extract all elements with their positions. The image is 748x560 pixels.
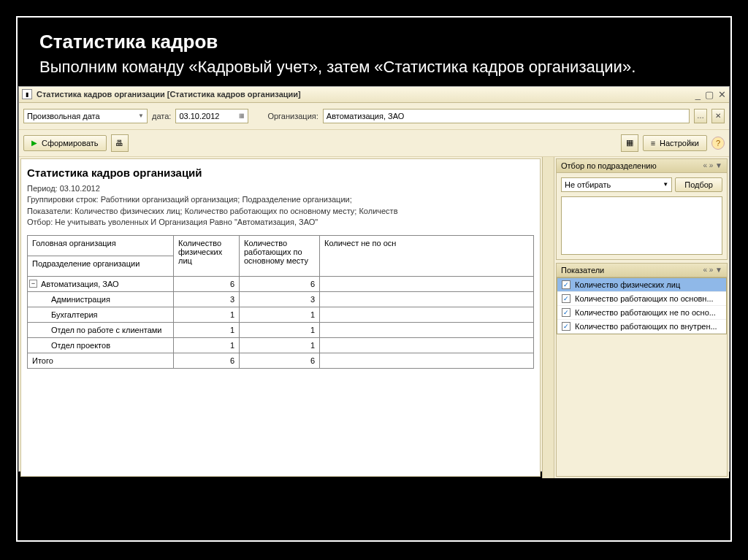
date-value: 03.10.2012 [179,112,219,120]
scrollbar[interactable] [542,157,554,478]
dept-pick-label: Подбор [684,180,713,189]
indicator-label: Количество работающих по основн... [575,294,714,303]
cell: 1 [174,307,240,323]
report-title: Статистика кадров организаций [27,166,534,179]
play-icon: ▶ [31,139,37,147]
dept-filter-list[interactable] [561,196,722,255]
app-window: ▮ Статистика кадров организации [Статист… [18,86,730,472]
cell: 6 [240,353,320,369]
maximize-button[interactable]: ▢ [705,89,714,100]
cell: 6 [240,277,320,292]
report-pane: Статистика кадров организаций Период: 03… [20,158,541,477]
indicator-item[interactable]: ✓ Количество физических лиц [557,278,726,292]
row-label: Отдел проектов [28,338,174,353]
indicator-item[interactable]: ✓ Количество работающих по внутрен... [557,320,726,334]
cell [320,307,534,323]
window-title: Статистика кадров организации [Статистик… [37,90,695,99]
close-button[interactable]: ✕ [718,89,726,100]
dept-pick-button[interactable]: Подбор [675,177,722,192]
indicator-item[interactable]: ✓ Количество работающих по основн... [557,292,726,306]
period-type-combo[interactable]: Произвольная дата ▼ [23,109,148,123]
chevron-down-icon: ▼ [135,112,144,119]
row-label: Бухгалтерия [28,307,174,323]
period-type-value: Произвольная дата [27,112,100,120]
period-line: Период: 03.10.2012 [27,183,534,194]
minimize-button[interactable]: _ [695,89,701,100]
chart-icon: ▮ [22,89,32,99]
dept-filter-mode-value: Не отбирать [565,180,611,189]
checkbox-icon[interactable]: ✓ [562,308,570,317]
org-value[interactable] [327,112,686,120]
cell: 3 [174,292,240,307]
cell [320,323,534,338]
col-physical: Количество физических лиц [174,236,240,277]
table-row: Бухгалтерия 1 1 [28,307,534,323]
table-row: − Автоматизация, ЗАО 6 6 [28,277,534,292]
cell: 6 [174,277,240,292]
table-row: Администрация 3 3 [28,292,534,307]
cell: 6 [174,353,240,369]
dept-filter-panel: Отбор по подразделению « » ▼ Не отбирать… [556,158,728,260]
checkbox-icon[interactable]: ✓ [562,294,570,303]
panel-nav-icons[interactable]: « » ▼ [703,266,722,274]
panel-nav-icons[interactable]: « » ▼ [703,161,722,169]
indicator-label: Количество физических лиц [575,280,680,289]
filter-line: Отбор: Не учитывать уволенных И Организа… [27,217,534,228]
indicators-line: Показатели: Количество физических лиц; К… [27,206,534,217]
print-button[interactable]: 🖶 [111,134,129,152]
collapse-button[interactable]: − [29,280,37,288]
gear-icon: ≡ [651,139,655,147]
table-row: Отдел по работе с клиентами 1 1 [28,323,534,338]
cell: 1 [174,338,240,353]
cell: 1 [240,338,320,353]
groupings-line: Группировки строк: Работники организаций… [27,194,534,205]
settings-button[interactable]: ≡ Настройки [643,135,707,151]
indicators-panel: Показатели « » ▼ ✓ Количество физических… [556,263,728,477]
generate-button[interactable]: ▶ Сформировать [23,135,107,151]
col-org: Головная организация [28,236,174,256]
col-main: Количество работающих по основному месту [240,236,320,277]
total-label: Итого [28,353,174,369]
indicator-label: Количество работающих не по осно... [575,308,716,317]
dept-filter-title: Отбор по подразделению [561,161,657,170]
cell: 1 [174,323,240,338]
indicator-item[interactable]: ✓ Количество работающих не по осно... [557,306,726,320]
help-button[interactable]: ? [711,137,725,150]
row-label: Администрация [28,292,174,307]
cell: 3 [240,292,320,307]
cell [320,292,534,307]
date-input[interactable]: 03.10.2012 ▦ [175,109,248,123]
indicator-label: Количество работающих по внутрен... [575,322,717,331]
row-label: Отдел по работе с клиентами [28,323,174,338]
table-total-row: Итого 6 6 [28,353,534,369]
org-label: Организация: [267,112,318,120]
dept-filter-mode[interactable]: Не отбирать ▼ [561,177,672,192]
cell [320,277,534,292]
org-clear-button[interactable]: ✕ [711,109,725,123]
cell: 1 [240,307,320,323]
col-notmain: Количест не по осн [320,236,534,277]
table-row: Отдел проектов 1 1 [28,338,534,353]
generate-label: Сформировать [42,139,99,147]
indicators-title: Показатели [561,266,604,275]
col-dept: Подразделение организации [28,256,174,277]
calendar-icon: ▦ [236,112,245,119]
report-table: Головная организация Количество физическ… [27,235,534,369]
row-label: Автоматизация, ЗАО [41,280,119,288]
date-label: дата: [152,112,171,120]
checkbox-icon[interactable]: ✓ [562,280,570,289]
cell: 1 [240,323,320,338]
title-bar: ▮ Статистика кадров организации [Статист… [19,87,729,103]
chevron-down-icon: ▼ [663,181,668,188]
cell [320,338,534,353]
cell [320,353,534,369]
checkbox-icon[interactable]: ✓ [562,322,570,331]
org-input[interactable] [323,109,690,123]
org-select-button[interactable]: … [694,109,707,123]
slide-title: Статистика кадров [39,31,709,53]
slide-subtitle: Выполним команду «Кадровый учет», затем … [39,56,709,79]
settings-label: Настройки [660,139,699,147]
table-view-button[interactable]: ▦ [621,134,638,152]
